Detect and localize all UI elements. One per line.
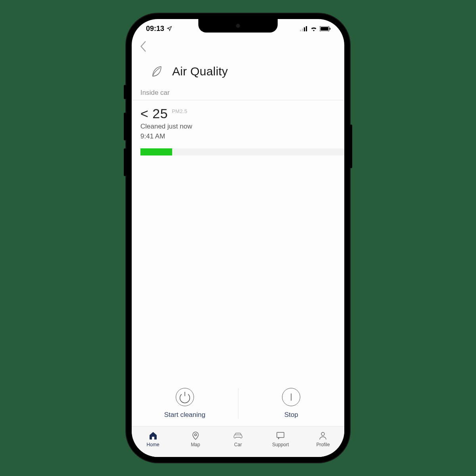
home-icon — [148, 430, 158, 441]
cellular-signal-icon — [300, 26, 308, 31]
tab-support-label: Support — [272, 442, 289, 447]
power-icon — [176, 388, 194, 406]
svg-rect-5 — [321, 27, 328, 31]
tab-bar: Home Map Car Support — [132, 426, 344, 457]
status-time: 09:13 — [146, 25, 164, 33]
page-header: Air Quality — [132, 52, 344, 89]
side-button — [124, 148, 126, 176]
start-cleaning-button[interactable]: Start cleaning — [132, 388, 238, 419]
air-quality-progress — [140, 148, 344, 155]
map-pin-icon — [190, 430, 201, 441]
svg-rect-9 — [277, 432, 284, 438]
tab-car[interactable]: Car — [217, 426, 259, 451]
chat-icon — [275, 430, 286, 441]
battery-icon — [320, 26, 331, 31]
svg-point-10 — [321, 432, 324, 436]
profile-icon — [318, 430, 328, 441]
stop-label: Stop — [284, 411, 298, 419]
stop-button[interactable]: Stop — [238, 388, 345, 419]
pm25-value: < 25 — [140, 106, 168, 121]
cleaned-time: 9:41 AM — [140, 132, 336, 141]
tab-car-label: Car — [234, 442, 242, 447]
notch — [198, 19, 278, 33]
side-button — [124, 113, 126, 140]
svg-rect-3 — [306, 26, 307, 31]
side-button — [124, 85, 126, 99]
air-quality-progress-fill — [140, 148, 172, 155]
back-button[interactable] — [132, 38, 344, 52]
tab-profile[interactable]: Profile — [302, 426, 344, 451]
tab-home-label: Home — [147, 442, 159, 447]
leaf-icon — [149, 64, 163, 79]
wifi-icon — [310, 26, 317, 31]
air-quality-reading: < 25 PM2.5 Cleaned just now 9:41 AM — [132, 100, 344, 141]
location-arrow-icon — [167, 26, 172, 31]
pm25-unit: PM2.5 — [172, 106, 187, 114]
stop-icon — [282, 388, 300, 406]
tab-profile-label: Profile — [316, 442, 330, 447]
tab-home[interactable]: Home — [132, 426, 174, 451]
tab-support[interactable]: Support — [259, 426, 302, 451]
svg-rect-6 — [330, 28, 330, 30]
section-label: Inside car — [132, 89, 344, 100]
side-button — [350, 125, 352, 168]
cleaned-status: Cleaned just now — [140, 122, 336, 131]
tab-map-label: Map — [191, 442, 200, 447]
phone-frame: 09:13 — [126, 13, 350, 463]
svg-point-8 — [194, 434, 196, 436]
svg-rect-0 — [300, 30, 301, 31]
start-cleaning-label: Start cleaning — [164, 411, 205, 419]
svg-rect-2 — [304, 27, 305, 31]
action-bar: Start cleaning Stop — [132, 381, 344, 426]
car-icon — [233, 430, 243, 441]
page-title: Air Quality — [172, 65, 228, 78]
screen: 09:13 — [132, 19, 344, 457]
svg-rect-1 — [302, 29, 303, 31]
tab-map[interactable]: Map — [174, 426, 217, 451]
